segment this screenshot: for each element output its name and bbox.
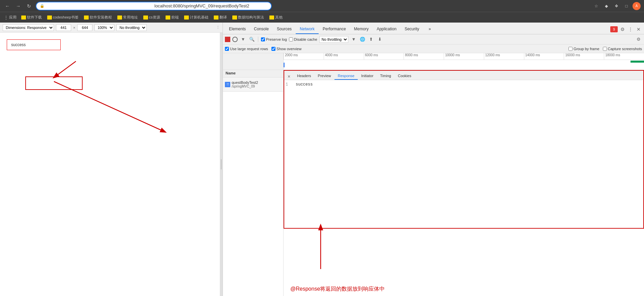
resize-handle[interactable] — [220, 33, 223, 296]
bm-label: 计算机基础 — [190, 15, 208, 20]
refresh-button[interactable]: ↻ — [25, 2, 33, 10]
filter-icon[interactable]: ▼ — [240, 36, 246, 43]
responsive-toolbar: Dimensions: Responsive × 100% No throttl… — [0, 23, 223, 33]
search-icon[interactable]: 🔍 — [248, 36, 255, 43]
export-icon[interactable]: ⬇ — [377, 36, 383, 43]
zoom-select[interactable]: 100% — [94, 24, 114, 31]
wifi-icon[interactable]: 🌐 — [359, 36, 366, 43]
more-options-icon[interactable]: ⋮ — [627, 26, 634, 33]
bm-label: cs资源 — [149, 15, 160, 20]
folder-icon — [143, 15, 148, 20]
folder-icon — [21, 15, 26, 20]
ruler-mark-14000: 14000 ms — [524, 53, 564, 60]
devtools-tab-icons: 9 ⚙ ⋮ ✕ — [610, 26, 644, 34]
bm-label: 翻译 — [219, 15, 227, 20]
disable-cache-input[interactable] — [289, 37, 293, 41]
title-bar-right: ☆ ◆ ❖ □ A — [592, 2, 641, 10]
bm-label: 前端 — [171, 15, 179, 20]
tab-console[interactable]: Console — [250, 25, 273, 34]
response-tab-timing[interactable]: Timing — [377, 72, 394, 80]
window-icon[interactable]: □ — [622, 2, 631, 10]
bookmark-cs-basics[interactable]: 计算机基础 — [182, 14, 210, 21]
throttle-dropdown[interactable]: No throttling — [319, 36, 348, 43]
close-response-button[interactable]: × — [286, 73, 292, 80]
bookmark-star-icon[interactable]: ☆ — [592, 2, 600, 10]
folder-icon — [214, 15, 218, 20]
devtools-settings-icon[interactable]: ⚙ — [635, 36, 642, 43]
bm-label: 软件下载 — [27, 15, 42, 20]
bookmark-data-structure[interactable]: 数据结构与算法 — [230, 14, 266, 21]
response-tab-cookies[interactable]: Cookies — [394, 72, 415, 80]
preserve-log-input[interactable] — [261, 37, 265, 41]
response-tab-response[interactable]: Response — [334, 72, 358, 80]
response-tab-initiator[interactable]: Initiator — [358, 72, 377, 80]
grid-icon: ⋮ — [4, 15, 8, 20]
tab-application[interactable]: Application — [373, 25, 401, 34]
bookmark-software-download[interactable]: 软件下载 — [19, 14, 44, 21]
group-by-frame-checkbox[interactable]: Group by frame — [568, 47, 599, 51]
bookmark-common-address[interactable]: 常用地址 — [115, 14, 140, 21]
show-overview-input[interactable] — [271, 47, 275, 51]
bookmark-install-tutorial[interactable]: 软件安装教程 — [82, 14, 114, 21]
group-by-frame-input[interactable] — [568, 47, 573, 51]
devtools-panel: Elements Console Sources Network Perform… — [223, 23, 644, 296]
record-button[interactable] — [225, 37, 230, 42]
bookmark-frontend[interactable]: 前端 — [164, 14, 181, 21]
request-name-main: questBodyTest2 — [232, 80, 258, 85]
tab-performance[interactable]: Performance — [319, 25, 350, 34]
ruler-mark-16000: 16000 ms — [564, 53, 604, 60]
show-overview-checkbox[interactable]: Show overview — [271, 47, 301, 51]
throttle-dropdown-arrow[interactable]: ▼ — [350, 36, 357, 43]
settings-icon[interactable]: ⚙ — [619, 26, 626, 33]
tab-sources[interactable]: Sources — [273, 25, 296, 34]
capture-screenshots-input[interactable] — [603, 47, 607, 51]
throttle-select[interactable]: No throttling — [116, 24, 147, 31]
height-input[interactable] — [77, 24, 92, 31]
url-text: localhost:8080/springMVC_09/requestBodyT… — [154, 3, 268, 8]
folder-icon — [166, 15, 170, 20]
main-area: Dimensions: Responsive × 100% No throttl… — [0, 23, 644, 296]
svg-line-2 — [54, 61, 76, 77]
ruler-mark-10000: 10000 ms — [444, 53, 484, 60]
extension-icon[interactable]: ◆ — [602, 2, 610, 10]
tab-elements[interactable]: Elements — [225, 25, 250, 34]
width-input[interactable] — [56, 24, 71, 31]
forward-button[interactable]: → — [14, 2, 22, 10]
address-bar[interactable]: 🔒 localhost:8080/springMVC_09/requestBod… — [36, 2, 272, 10]
tab-network[interactable]: Network — [296, 25, 319, 34]
response-tab-headers[interactable]: Headers — [294, 72, 315, 80]
disable-cache-checkbox[interactable]: Disable cache — [289, 37, 317, 41]
ruler-mark-8000: 8000 ms — [404, 53, 444, 60]
bookmark-cs-resources[interactable]: cs资源 — [141, 14, 162, 21]
ruler-mark-12000: 12000 ms — [484, 53, 524, 60]
back-button[interactable]: ← — [3, 2, 11, 10]
apps-button[interactable]: ⋮ 应用 — [3, 14, 18, 21]
bookmark-others[interactable]: 其他 — [267, 14, 285, 21]
responsive-more-icon[interactable]: ⋮ — [216, 25, 220, 30]
timeline-left-panel — [223, 53, 284, 70]
request-item[interactable]: ☷ questBodyTest2 /springMVC_09 — [223, 77, 283, 92]
ruler-mark-4000: 4000 ms — [324, 53, 364, 60]
folder-icon — [84, 15, 89, 20]
tab-more[interactable]: » — [425, 25, 435, 34]
close-devtools-icon[interactable]: ✕ — [635, 26, 642, 33]
bookmark-codesheep[interactable]: codesheep书签 — [45, 14, 81, 21]
tab-memory[interactable]: Memory — [350, 25, 373, 34]
avatar[interactable]: A — [633, 2, 641, 10]
import-icon[interactable]: ⬆ — [368, 36, 375, 43]
large-rows-checkbox[interactable]: Use large request rows — [225, 47, 268, 51]
stop-button[interactable] — [232, 37, 238, 42]
response-tab-preview[interactable]: Preview — [315, 72, 334, 80]
response-pane: × Headers Preview Response Init — [284, 70, 644, 296]
tab-security[interactable]: Security — [401, 25, 423, 34]
large-rows-input[interactable] — [225, 47, 229, 51]
capture-screenshots-checkbox[interactable]: Capture screenshots — [603, 47, 642, 51]
bookmark-translate[interactable]: 翻译 — [212, 14, 229, 21]
bm-label: 常用地址 — [123, 15, 138, 20]
svg-line-1 — [54, 81, 165, 132]
preserve-log-checkbox[interactable]: Preserve log — [261, 37, 287, 41]
success-text: success — [11, 42, 26, 47]
extension2-icon[interactable]: ❖ — [612, 2, 620, 10]
dimensions-select[interactable]: Dimensions: Responsive — [3, 24, 54, 31]
folder-icon — [184, 15, 189, 20]
